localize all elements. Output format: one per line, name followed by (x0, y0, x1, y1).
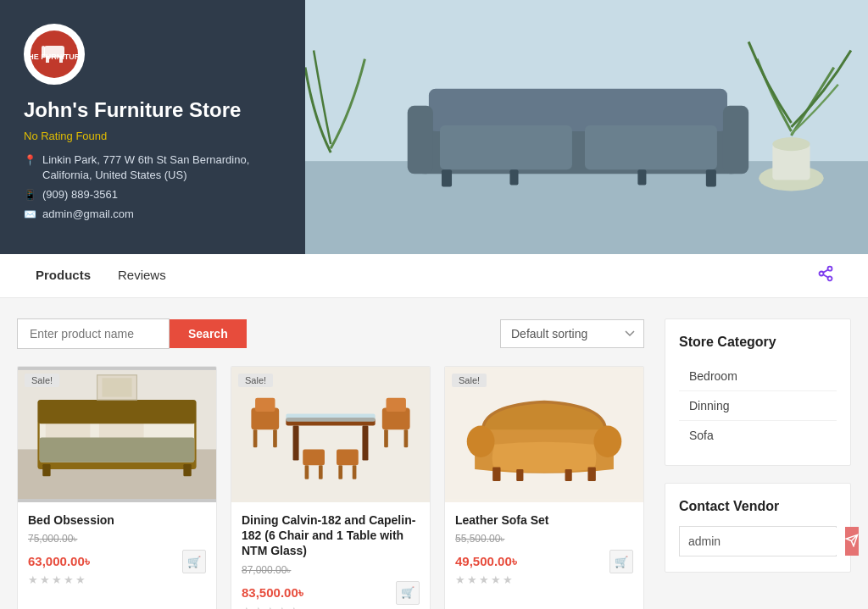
star-1: ★ (455, 573, 465, 586)
svg-rect-51 (384, 429, 388, 447)
store-logo: THE FURNITURE (24, 24, 85, 85)
svg-point-23 (820, 272, 824, 276)
svg-rect-9 (723, 106, 748, 174)
location-icon: 📍 (24, 153, 36, 168)
contact-input-wrap (679, 526, 837, 556)
product-info: Leather Sofa Set 55,500.00৳ 49,500.00৳ 🛒… (445, 502, 643, 595)
sale-badge: Sale! (25, 374, 59, 387)
svg-rect-18 (44, 46, 64, 58)
store-email: ✉️ admin@gmail.com (24, 207, 281, 222)
add-to-cart-button[interactable]: 🛒 (396, 581, 420, 605)
main-content: Search Default sorting Price: Low to Hig… (0, 298, 868, 609)
store-name: John's Furniture Store (24, 98, 281, 123)
svg-rect-39 (102, 378, 131, 396)
add-to-cart-button[interactable]: 🛒 (182, 550, 206, 573)
svg-point-22 (828, 267, 832, 271)
svg-rect-48 (387, 398, 406, 412)
share-icon[interactable] (817, 265, 834, 286)
product-card: Sale! (444, 366, 644, 609)
sort-select[interactable]: Default sorting Price: Low to High Price… (500, 319, 644, 348)
sale-badge: Sale! (452, 374, 487, 387)
svg-rect-56 (319, 465, 323, 479)
svg-rect-14 (509, 169, 518, 185)
product-info: Dining Calvin-182 and Capelin-182 (6 Cha… (231, 502, 430, 609)
svg-point-5 (772, 137, 810, 151)
svg-rect-63 (587, 468, 595, 481)
svg-rect-43 (362, 425, 368, 460)
svg-rect-11 (585, 125, 717, 169)
svg-rect-44 (286, 413, 375, 421)
svg-rect-65 (565, 469, 572, 481)
star-4: ★ (64, 573, 74, 586)
svg-rect-20 (59, 56, 63, 63)
star-1: ★ (242, 605, 252, 609)
product-stars: ★ ★ ★ ★ ★ (242, 605, 420, 609)
store-address: 📍 Linkin Park, 777 W 6th St San Bernardi… (24, 152, 281, 183)
products-area: Search Default sorting Price: Low to Hig… (17, 318, 644, 609)
contact-vendor-button[interactable] (845, 527, 859, 556)
star-2: ★ (40, 573, 50, 586)
store-nav: Products Reviews (0, 254, 868, 298)
svg-line-26 (823, 269, 828, 272)
store-header: THE FURNITURE John's Furniture Store No … (0, 0, 868, 254)
email-icon: ✉️ (24, 208, 36, 222)
category-item-dinning[interactable]: Dinning (679, 391, 837, 421)
product-search-input[interactable] (17, 318, 170, 349)
contact-vendor-input[interactable] (680, 528, 845, 555)
product-card: Sale! (231, 366, 431, 609)
svg-rect-7 (429, 89, 727, 131)
star-4: ★ (491, 573, 501, 586)
star-3: ★ (265, 605, 275, 609)
svg-rect-37 (183, 464, 191, 476)
nav-tabs: Products Reviews (34, 254, 168, 297)
add-to-cart-button[interactable]: 🛒 (609, 550, 633, 573)
store-category-card: Store Category Bedroom Dinning Sofa (665, 318, 851, 466)
product-old-price: 75,000.00৳ (28, 533, 206, 545)
store-rating: No Rating Found (24, 130, 281, 142)
tab-reviews[interactable]: Reviews (116, 254, 168, 297)
product-card: Sale! (17, 366, 217, 609)
product-old-price: 87,000.00৳ (242, 564, 420, 576)
star-3: ★ (479, 573, 489, 586)
phone-icon: 📱 (24, 188, 36, 202)
sidebar: Store Category Bedroom Dinning Sofa Cont… (665, 318, 851, 609)
svg-line-25 (823, 274, 828, 277)
category-item-sofa[interactable]: Sofa (679, 421, 837, 450)
star-2: ★ (253, 605, 264, 609)
store-phone: 📱 (909) 889-3561 (24, 187, 281, 202)
category-item-bedroom[interactable]: Bedroom (679, 362, 837, 391)
svg-rect-53 (303, 450, 325, 466)
tab-products[interactable]: Products (34, 254, 92, 297)
svg-rect-19 (46, 56, 49, 63)
svg-rect-35 (37, 400, 196, 424)
search-button[interactable]: Search (170, 319, 247, 348)
category-list: Bedroom Dinning Sofa (679, 362, 837, 450)
product-new-price: 49,500.00৳ (455, 554, 517, 569)
store-meta: 📍 Linkin Park, 777 W 6th St San Bernardi… (24, 152, 281, 223)
svg-rect-13 (706, 169, 716, 186)
star-5: ★ (75, 573, 86, 586)
svg-rect-50 (273, 429, 277, 447)
product-old-price: 55,500.00৳ (455, 533, 633, 545)
svg-rect-64 (516, 469, 523, 481)
contact-title: Contact Vendor (679, 499, 837, 514)
product-image-wrap: Sale! (18, 367, 216, 502)
svg-rect-12 (442, 169, 452, 186)
svg-rect-52 (404, 429, 409, 447)
product-footer: 83,500.00৳ 🛒 (242, 581, 420, 605)
star-2: ★ (467, 573, 477, 586)
product-new-price: 83,500.00৳ (242, 585, 303, 601)
star-3: ★ (52, 573, 62, 586)
store-info-card: THE FURNITURE John's Furniture Store No … (0, 0, 305, 254)
category-title: Store Category (679, 335, 837, 350)
star-1: ★ (28, 573, 38, 586)
contact-vendor-card: Contact Vendor (665, 483, 851, 573)
svg-rect-42 (293, 425, 299, 460)
svg-rect-62 (492, 468, 500, 481)
svg-rect-47 (255, 398, 275, 412)
svg-rect-21 (42, 46, 45, 58)
svg-rect-40 (231, 370, 430, 499)
product-footer: 49,500.00৳ 🛒 (455, 550, 633, 573)
product-footer: 63,000.00৳ 🛒 (28, 550, 206, 573)
svg-point-61 (594, 425, 622, 457)
